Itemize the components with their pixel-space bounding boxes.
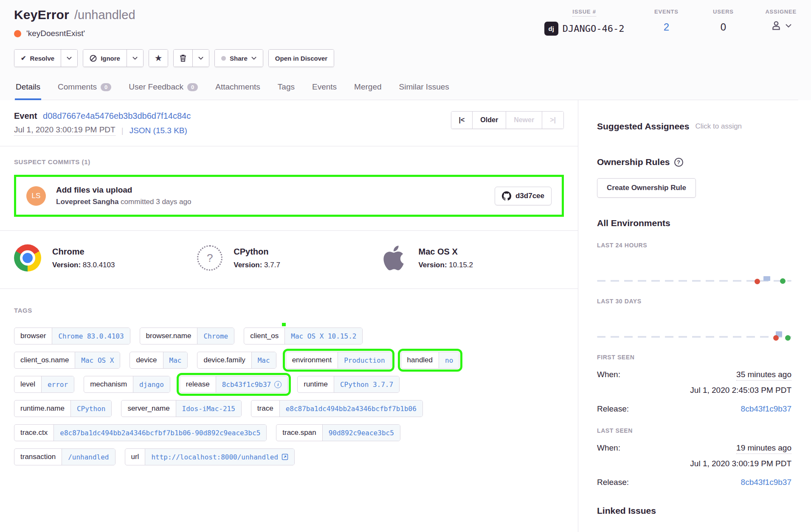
chevron-down-icon — [251, 56, 256, 60]
share-button[interactable]: Share — [215, 50, 263, 67]
chevron-down-icon — [132, 56, 138, 60]
context-browser: Chrome Version: 83.0.4103 — [14, 244, 197, 272]
help-icon[interactable]: ? — [674, 158, 683, 167]
last-seen-relative: 19 minutes ago — [736, 443, 791, 454]
tab-label: Similar Issues — [399, 82, 449, 92]
tag-value-link[interactable]: Mac OS X — [75, 352, 120, 368]
error-level-dot — [14, 30, 21, 37]
tag-key: runtime.name — [14, 400, 70, 417]
tag-value-link[interactable]: Chrome — [197, 328, 234, 344]
ignore-dropdown-button[interactable] — [127, 50, 143, 67]
tag-value-link[interactable]: e8c87ba1dc494bb2a4346bcfbf7b1b06 — [279, 400, 422, 417]
tab-similar-issues[interactable]: Similar Issues — [398, 80, 450, 100]
bookmark-star-button[interactable]: ★ — [149, 50, 168, 67]
tag-value-link[interactable]: Idos-iMac-215 — [176, 400, 241, 417]
tag-pill-client_os.name: client_os.nameMac OS X — [14, 352, 120, 369]
first-seen-heading: FIRST SEEN — [597, 354, 791, 361]
tag-value-link[interactable]: Mac — [251, 352, 276, 368]
events-label: EVENTS — [654, 8, 679, 16]
tag-key: trace.span — [276, 425, 322, 441]
tag-value-link[interactable]: Chrome 83.0.4103 — [52, 328, 130, 344]
ignore-button[interactable]: Ignore — [83, 50, 127, 67]
when-label: When: — [597, 370, 620, 379]
tag-key: url — [125, 449, 145, 465]
delete-button[interactable] — [174, 50, 192, 67]
resolve-dropdown-button[interactable] — [61, 50, 77, 67]
tab-tags[interactable]: Tags — [277, 80, 296, 100]
last-seen-block: LAST SEEN When: 19 minutes ago Jul 1, 20… — [597, 427, 791, 487]
assignee-selector[interactable] — [770, 20, 791, 31]
event-id-link[interactable]: d08d7667e4a5476eb3b3db6d7f14c84c — [43, 111, 191, 120]
event-details-panel: Event d08d7667e4a5476eb3b3db6d7f14c84c J… — [0, 100, 578, 532]
chevron-down-icon — [786, 24, 791, 28]
person-icon — [770, 20, 782, 31]
tag-key: server_name — [121, 400, 175, 417]
tab-user-feedback[interactable]: User Feedback0 — [128, 80, 199, 100]
github-icon — [502, 191, 511, 201]
json-download-link[interactable]: JSON (15.3 KB) — [130, 126, 187, 135]
tag-value-link[interactable]: Production — [338, 352, 391, 368]
tag-pill-release: release8cb43f1c9b37i — [180, 376, 288, 393]
tag-value-link[interactable]: Mac OS X 10.15.2 — [284, 328, 362, 344]
tag-pill-server_name: server_nameIdos-iMac-215 — [121, 400, 241, 417]
chrome-icon — [14, 244, 41, 272]
tag-key: release — [180, 376, 216, 392]
tag-row: transaction/unhandledurlhttp://localhost… — [14, 448, 564, 465]
create-ownership-rule-button[interactable]: Create Ownership Rule — [597, 178, 696, 198]
tag-value-link[interactable]: no — [439, 352, 459, 368]
context-os: Mac OS X Version: 10.15.2 — [380, 244, 563, 272]
tab-label: Merged — [354, 82, 381, 92]
tag-value-link[interactable]: http://localhost:8000/unhandled — [145, 449, 294, 465]
events-count[interactable]: 2 — [664, 21, 669, 33]
tab-label: User Feedback — [129, 82, 183, 92]
tab-comments[interactable]: Comments0 — [57, 80, 112, 100]
issue-short-id: DJANGO-46-2 — [563, 23, 625, 34]
tag-value-link[interactable]: error — [41, 376, 74, 392]
tag-value-link[interactable]: 8cb43f1c9b37i — [216, 376, 288, 392]
last-24-hours-chart[interactable] — [597, 251, 791, 284]
tag-key: trace.ctx — [14, 425, 54, 441]
tab-label: Comments — [58, 82, 97, 92]
tab-events[interactable]: Events — [311, 80, 338, 100]
last-seen-release-link[interactable]: 8cb43f1c9b37 — [741, 478, 791, 487]
issue-sidebar: Suggested Assignees Click to assign Owne… — [578, 100, 811, 532]
users-label: USERS — [713, 8, 734, 16]
ownership-rules-heading: Ownership Rules ? — [597, 157, 791, 167]
oldest-event-button[interactable]: |< — [451, 112, 473, 129]
users-count[interactable]: 0 — [721, 21, 726, 33]
tab-label: Details — [16, 82, 40, 92]
tag-value-link[interactable]: CPython — [70, 400, 111, 417]
first-seen-release-link[interactable]: 8cb43f1c9b37 — [741, 404, 791, 414]
tag-key: client_os — [244, 328, 284, 344]
tag-value-link[interactable]: e8c87ba1dc494bb2a4346bcfbf7b1b06-90d892c… — [54, 425, 266, 441]
last-30-days-chart[interactable] — [597, 307, 791, 340]
external-link-icon[interactable] — [282, 454, 288, 460]
tag-value-link[interactable]: django — [133, 376, 170, 392]
tab-details[interactable]: Details — [15, 80, 41, 100]
commit-time: committed 3 days ago — [118, 198, 191, 206]
separator: | — [121, 126, 124, 135]
tag-value-link[interactable]: Mac — [163, 352, 188, 368]
resolve-button[interactable]: ✔ Resolve — [14, 50, 61, 67]
commit-sha-button[interactable]: d3d7cee — [495, 187, 552, 205]
newer-event-button[interactable]: Newer — [506, 112, 542, 129]
issue-culprit-path: /unhandled — [74, 8, 135, 22]
tab-merged[interactable]: Merged — [353, 80, 382, 100]
older-event-button[interactable]: Older — [472, 112, 506, 129]
tag-value-link[interactable]: 90d892c9eace3bc5 — [322, 425, 400, 441]
tag-key: environment — [286, 352, 338, 368]
highlight-dot — [282, 323, 286, 326]
open-in-discover-button[interactable]: Open in Discover — [269, 50, 334, 67]
tag-value-link[interactable]: CPython 3.7.7 — [334, 376, 399, 392]
last-24-hours-label: LAST 24 HOURS — [597, 242, 791, 249]
tag-key: runtime — [298, 376, 334, 392]
newest-event-button[interactable]: >| — [542, 112, 563, 129]
suspect-commits-heading: SUSPECT COMMITS (1) — [14, 158, 564, 165]
tab-attachments[interactable]: Attachments — [214, 80, 261, 100]
event-pagination: |< Older Newer >| — [451, 111, 564, 129]
info-icon[interactable]: i — [274, 381, 282, 388]
tag-pill-mechanism: mechanismdjango — [84, 376, 170, 393]
delete-dropdown-button[interactable] — [192, 50, 209, 67]
tag-pill-level: levelerror — [14, 376, 74, 393]
tag-value-link[interactable]: /unhandled — [62, 449, 115, 465]
